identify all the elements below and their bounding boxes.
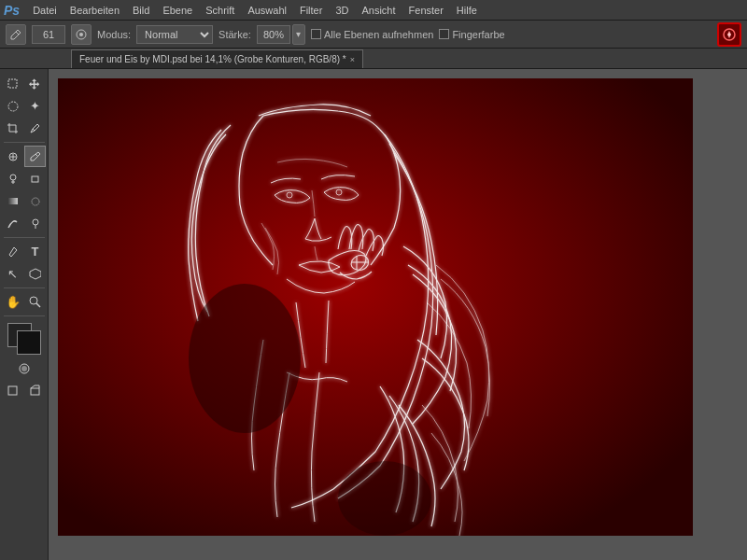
canvas-container [58,78,693,536]
quick-mask-tool[interactable] [13,357,35,379]
tool-row-3 [2,118,46,139]
menu-schrift[interactable]: Schrift [200,3,240,18]
tool-row-7 [2,213,46,234]
svg-point-7 [8,102,18,111]
menu-hilfe[interactable]: Hilfe [451,3,483,18]
brush-tool[interactable] [24,146,46,167]
document-tab[interactable]: Feuer und Eis by MDI.psd bei 14,1% (Grob… [71,49,363,68]
svg-point-16 [32,198,39,205]
svg-point-11 [10,175,16,180]
alle-ebenen-checkbox[interactable] [311,29,321,39]
svg-rect-15 [7,198,18,204]
app-logo: Ps [4,3,20,18]
main-area: ✦ [0,69,747,560]
menu-datei[interactable]: Datei [27,3,63,18]
eyedropper-tool[interactable] [24,118,46,139]
tool-row-4 [2,146,46,167]
brush-tool-icon[interactable] [6,24,26,45]
crop-tool[interactable] [2,118,23,139]
staerke-value[interactable]: 80% [257,25,290,44]
svg-point-23 [21,366,27,371]
alle-ebenen-label: Alle Ebenen aufnehmen [324,29,433,40]
menu-bearbeiten[interactable]: Bearbeiten [64,3,125,18]
screen-mode-tool[interactable] [2,380,23,401]
menubar: Ps Datei Bearbeiten Bild Ebene Schrift A… [0,0,747,21]
menu-filter[interactable]: Filter [294,3,328,18]
brush-preset-icon[interactable] [71,24,92,45]
hand-tool[interactable]: ✋ [2,291,23,313]
svg-point-33 [189,284,301,433]
staerke-dropdown-icon[interactable]: ▾ [292,24,305,45]
alle-ebenen-group: Alle Ebenen aufnehmen [311,29,433,40]
fingerfarbe-group: Fingerfarbe [439,29,504,40]
artwork-svg [58,78,693,536]
modus-label: Modus: [97,29,131,40]
tabbar: Feuer und Eis by MDI.psd bei 14,1% (Grob… [0,49,747,69]
dodge-tool[interactable] [24,213,46,234]
staerke-label: Stärke: [218,29,251,40]
blur-tool[interactable] [24,190,46,212]
background-color[interactable] [17,330,41,355]
svg-point-20 [30,297,37,304]
modus-select[interactable]: Normal Abdunkeln Aufhellen [136,25,213,44]
pen-tool[interactable] [2,241,23,262]
lasso-tool[interactable] [2,95,23,117]
clone-stamp-tool[interactable] [2,168,23,189]
text-tool[interactable]: T [24,241,46,262]
move-tool[interactable] [24,73,46,94]
tool-separator-4 [4,315,45,316]
toolbar: ✦ [0,69,49,560]
canvas-area[interactable] [49,69,747,560]
tool-row-6 [2,190,46,212]
heal-tool[interactable] [2,146,23,167]
tab-title: Feuer und Eis by MDI.psd bei 14,1% (Grob… [79,54,346,64]
zoom-tool[interactable] [24,291,46,313]
svg-line-21 [36,303,40,307]
tool-row-5 [2,168,46,189]
menu-ansicht[interactable]: Ansicht [356,3,401,18]
eraser-tool[interactable] [24,168,46,189]
svg-point-34 [338,461,431,536]
svg-line-0 [16,32,19,35]
path-select-tool[interactable]: ↖ [2,263,23,285]
tool-row-8: T [2,241,46,262]
svg-rect-14 [32,176,38,182]
tool-row-2: ✦ [2,95,46,117]
svg-rect-24 [8,386,17,395]
svg-point-4 [728,33,731,35]
svg-marker-19 [30,269,41,279]
tablet-pressure-button[interactable] [717,22,741,47]
tab-close-button[interactable]: × [350,55,355,64]
menu-bild[interactable]: Bild [127,3,155,18]
optionsbar: 61 Modus: Normal Abdunkeln Aufhellen Stä… [0,21,747,49]
color-swatch-area [4,323,45,357]
tool-separator-3 [4,287,45,288]
shape-tool[interactable] [24,263,46,285]
tool-row-10: ✋ [2,291,46,313]
tool-row-9: ↖ [2,263,46,285]
menu-auswahl[interactable]: Auswahl [242,3,292,18]
menu-fenster[interactable]: Fenster [403,3,449,18]
menu-3d[interactable]: 3D [330,3,354,18]
smudge-tool[interactable] [2,213,23,234]
marquee-rect-tool[interactable] [2,73,23,94]
tool-row-extras [13,357,35,379]
menu-ebene[interactable]: Ebene [157,3,198,18]
magic-wand-tool[interactable]: ✦ [24,95,46,117]
fingerfarbe-label: Fingerfarbe [452,29,504,40]
fingerfarbe-checkbox[interactable] [439,29,449,39]
svg-marker-6 [29,79,39,90]
tool-separator-2 [4,237,45,238]
svg-rect-5 [8,79,17,88]
tool-row-1 [2,73,46,94]
svg-rect-25 [31,388,39,395]
svg-point-2 [79,33,83,36]
brush-size-value[interactable]: 61 [32,25,65,44]
tool-row-screen [2,380,46,401]
3d-tool[interactable] [24,380,46,401]
svg-point-17 [33,219,38,225]
tool-separator-1 [4,142,45,143]
gradient-tool[interactable] [2,190,23,212]
